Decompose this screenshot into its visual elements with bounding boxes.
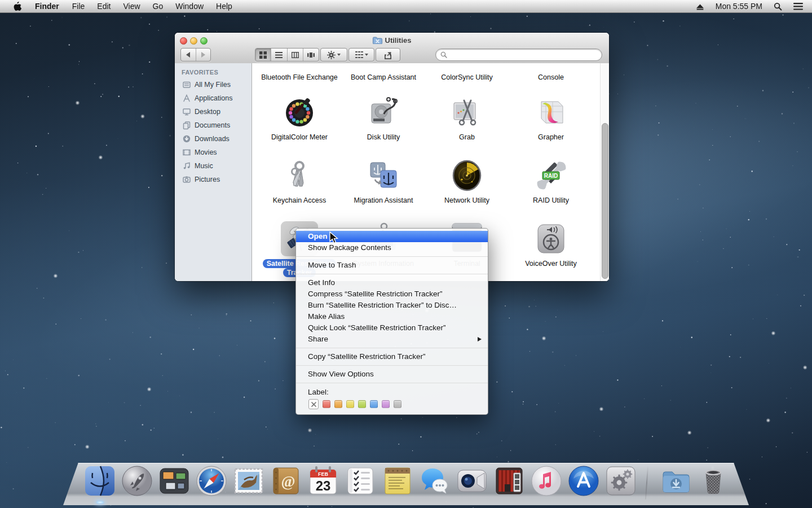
menu-item-quick-look-satellite-restriction-tracker[interactable]: Quick Look “Satellite Restriction Tracke… bbox=[296, 322, 488, 334]
dock-facetime-icon[interactable] bbox=[456, 465, 488, 497]
menu-help[interactable]: Help bbox=[210, 2, 239, 11]
dock-app-store-icon[interactable] bbox=[568, 465, 599, 497]
menu-separator bbox=[296, 274, 488, 274]
sidebar-item-pictures[interactable]: Pictures bbox=[175, 173, 251, 186]
dock-itunes-icon[interactable] bbox=[531, 465, 562, 497]
dock-reminders-icon[interactable] bbox=[345, 465, 376, 497]
context-menu: OpenShow Package ContentsMove to TrashGe… bbox=[295, 228, 488, 415]
sidebar-item-music[interactable]: Music bbox=[175, 159, 251, 173]
spotlight-icon[interactable] bbox=[768, 0, 788, 12]
scrollbar-thumb[interactable] bbox=[602, 123, 608, 279]
dock-notes-icon[interactable] bbox=[382, 465, 413, 497]
menu-item-get-info[interactable]: Get Info bbox=[296, 277, 488, 288]
grid-item-console[interactable]: Console bbox=[509, 70, 593, 82]
label-red-swatch[interactable] bbox=[323, 400, 330, 408]
sidebar-item-all-my-files[interactable]: All My Files bbox=[175, 78, 251, 91]
grid-item-grapher[interactable]: Grapher bbox=[509, 95, 593, 142]
sidebar-item-movies[interactable]: Movies bbox=[175, 146, 251, 159]
grid-item-keychain-access[interactable]: Keychain Access bbox=[257, 158, 342, 205]
window-sidebar: FAVORITES All My Files Applications Desk… bbox=[175, 63, 252, 281]
coverflow-view-button[interactable] bbox=[303, 49, 319, 61]
menu-view[interactable]: View bbox=[117, 2, 146, 11]
eject-icon[interactable] bbox=[690, 0, 710, 12]
grab-icon bbox=[448, 95, 486, 130]
share-button[interactable] bbox=[376, 48, 400, 62]
label-none-swatch[interactable] bbox=[308, 399, 319, 409]
context-menu-items: OpenShow Package ContentsMove to TrashGe… bbox=[296, 231, 488, 383]
action-menu-button[interactable] bbox=[320, 48, 347, 62]
label-blue-swatch[interactable] bbox=[370, 400, 378, 408]
dock-contacts-icon[interactable]: @ bbox=[270, 465, 302, 497]
list-view-button[interactable] bbox=[271, 49, 286, 61]
grid-item-bluetooth-file-exchange[interactable]: Bluetooth File Exchange bbox=[257, 70, 342, 82]
menu-edit[interactable]: Edit bbox=[91, 2, 117, 11]
apple-icon bbox=[14, 2, 21, 11]
menu-item-copy-satellite-restriction-tracker[interactable]: Copy “Satellite Restriction Tracker” bbox=[296, 351, 488, 362]
app-menu-finder[interactable]: Finder bbox=[28, 2, 66, 11]
back-button[interactable] bbox=[181, 49, 196, 61]
apple-menu[interactable] bbox=[7, 0, 28, 12]
disk-utility-icon bbox=[365, 95, 402, 130]
dock-finder-icon[interactable] bbox=[84, 465, 116, 497]
grid-item-network-utility[interactable]: Network Utility bbox=[425, 158, 509, 205]
dock-mail-icon[interactable] bbox=[233, 465, 264, 497]
menu-file[interactable]: File bbox=[66, 2, 91, 11]
grid-item-disk-utility[interactable]: Disk Utility bbox=[341, 95, 426, 142]
dock-mission-control-icon[interactable] bbox=[158, 465, 190, 497]
label-gray-swatch[interactable] bbox=[394, 400, 401, 408]
grid-item-grab[interactable]: Grab bbox=[425, 95, 509, 142]
svg-text:@: @ bbox=[281, 473, 295, 490]
dock-calendar-icon[interactable]: FEB23 bbox=[307, 465, 339, 497]
menu-item-move-to-trash[interactable]: Move to Trash bbox=[296, 260, 488, 271]
movies-icon bbox=[182, 148, 191, 157]
window-titlebar[interactable]: Utilities bbox=[175, 33, 609, 64]
gear-icon bbox=[327, 51, 336, 59]
icon-view-button[interactable] bbox=[255, 49, 271, 61]
dock-safari-icon[interactable] bbox=[196, 465, 227, 497]
menu-item-burn-satellite-restriction-tracker-to-disc[interactable]: Burn “Satellite Restriction Tracker” to … bbox=[296, 300, 488, 311]
submenu-arrow-icon bbox=[478, 337, 482, 341]
menu-item-make-alias[interactable]: Make Alias bbox=[296, 311, 488, 322]
menu-item-compress-satellite-restriction-tracker[interactable]: Compress “Satellite Restriction Tracker” bbox=[296, 288, 488, 300]
menu-item-open[interactable]: Open bbox=[296, 231, 488, 242]
notification-center-icon[interactable] bbox=[788, 0, 809, 12]
search-field[interactable] bbox=[435, 49, 602, 61]
forward-button[interactable] bbox=[196, 49, 211, 61]
sidebar-item-downloads[interactable]: Downloads bbox=[175, 132, 251, 146]
all-my-files-icon bbox=[182, 80, 191, 90]
sidebar-item-desktop[interactable]: Desktop bbox=[175, 105, 251, 119]
dock-photo-booth-icon[interactable] bbox=[493, 465, 525, 497]
vertical-scrollbar[interactable] bbox=[600, 63, 609, 281]
dock-trash-icon[interactable] bbox=[698, 465, 729, 497]
share-icon bbox=[383, 51, 392, 59]
grid-item-raid-utility[interactable]: RAID RAID Utility bbox=[509, 158, 593, 205]
label-purple-swatch[interactable] bbox=[382, 400, 390, 408]
grid-item-voiceover-utility[interactable]: VoiceOver Utility bbox=[509, 221, 593, 268]
dock-messages-icon[interactable] bbox=[419, 465, 451, 497]
search-input[interactable] bbox=[450, 50, 597, 59]
label-orange-swatch[interactable] bbox=[334, 400, 342, 408]
menu-item-show-package-contents[interactable]: Show Package Contents bbox=[296, 242, 488, 253]
grid-item-migration-assistant[interactable]: Migration Assistant bbox=[341, 158, 426, 205]
label-green-swatch[interactable] bbox=[358, 400, 366, 408]
column-view-button[interactable] bbox=[287, 49, 303, 61]
dock-launchpad-icon[interactable] bbox=[121, 465, 153, 497]
svg-text:FEB: FEB bbox=[318, 471, 329, 477]
dock-downloads-folder-icon[interactable] bbox=[660, 465, 692, 497]
label-yellow-swatch[interactable] bbox=[346, 400, 354, 408]
utilities-folder-icon bbox=[373, 37, 382, 44]
dock-system-preferences-icon[interactable] bbox=[605, 465, 637, 497]
menu-item-show-view-options[interactable]: Show View Options bbox=[296, 369, 488, 380]
menu-item-share[interactable]: Share bbox=[296, 334, 488, 345]
migration-assistant-icon bbox=[365, 158, 402, 193]
menu-bar-clock[interactable]: Mon 5:55 PM bbox=[710, 0, 768, 12]
desktop: Finder FileEditViewGoWindowHelp Mon 5:55… bbox=[0, 0, 812, 508]
sidebar-item-applications[interactable]: Applications bbox=[175, 91, 251, 105]
menu-window[interactable]: Window bbox=[169, 2, 210, 11]
arrange-menu-button[interactable] bbox=[348, 48, 374, 62]
sidebar-item-documents[interactable]: Documents bbox=[175, 119, 251, 132]
grid-item-digitalcolor-meter[interactable]: DigitalColor Meter bbox=[257, 95, 342, 142]
grid-item-colorsync-utility[interactable]: ColorSync Utility bbox=[425, 70, 509, 82]
grid-item-boot-camp-assistant[interactable]: Boot Camp Assistant bbox=[341, 70, 426, 82]
menu-go[interactable]: Go bbox=[147, 2, 170, 11]
